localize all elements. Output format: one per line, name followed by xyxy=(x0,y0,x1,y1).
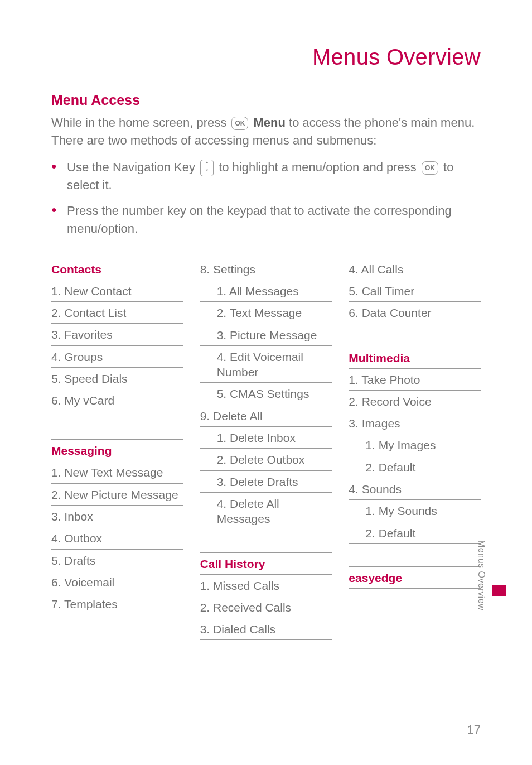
list-item: 6. Voicemail xyxy=(51,571,183,593)
list-item: 1. Delete Inbox xyxy=(200,427,332,449)
list-item: 5. CMAS Settings xyxy=(200,383,332,405)
intro-text-a: While in the home screen, press xyxy=(51,116,230,129)
column-2: 8. Settings 1. All Messages 2. Text Mess… xyxy=(200,258,332,643)
multimedia-heading: Multimedia xyxy=(349,347,481,369)
list-item: 4. Delete All Messages xyxy=(200,493,332,530)
list-item: 2. Default xyxy=(349,456,481,478)
list-item: 1. New Contact xyxy=(51,280,183,302)
list-item: 2. Received Calls xyxy=(200,596,332,618)
list-item: 5. Call Timer xyxy=(349,280,481,302)
list-item: 6. My vCard xyxy=(51,389,183,411)
list-item: 3. Delete Drafts xyxy=(200,471,332,493)
list-item: 5. Drafts xyxy=(51,550,183,571)
column-1: Contacts 1. New Contact 2. Contact List … xyxy=(51,258,183,643)
list-item: 2. Contact List xyxy=(51,302,183,324)
side-tab-label: Menus Overview xyxy=(475,540,486,610)
navigation-key-icon: ˄˅ xyxy=(200,160,214,176)
list-item: 3. Dialed Calls xyxy=(200,618,332,640)
page-number: 17 xyxy=(467,723,481,737)
list-item: 4. All Calls xyxy=(349,258,481,280)
list-item: 1. Missed Calls xyxy=(200,575,332,596)
list-item: 1. New Text Message xyxy=(51,461,183,483)
messaging-heading: Messaging xyxy=(51,439,183,461)
list-item: 2. New Picture Message xyxy=(51,484,183,506)
column-3: 4. All Calls 5. Call Timer 6. Data Count… xyxy=(349,258,481,643)
list-item: 4. Outbox xyxy=(51,527,183,549)
list-item: 9. Delete All xyxy=(200,405,332,427)
list-item: 2. Record Voice xyxy=(349,391,481,412)
list-item: 8. Settings xyxy=(200,258,332,280)
list-item: 3. Images xyxy=(349,412,481,434)
list-item: 1. My Sounds xyxy=(349,500,481,522)
list-item: 3. Picture Message xyxy=(200,324,332,346)
list-item: 2. Text Message xyxy=(200,302,332,324)
page-title: Menus Overview xyxy=(51,45,481,70)
list-item: 3. Inbox xyxy=(51,506,183,527)
list-item: 4. Edit Voicemail Number xyxy=(200,346,332,383)
list-item: 5. Speed Dials xyxy=(51,368,183,389)
list-item: 2. Delete Outbox xyxy=(200,449,332,470)
easyedge-heading: easyedge xyxy=(349,566,481,589)
list-item: 3. Favorites xyxy=(51,324,183,345)
list-item: 1. My Images xyxy=(349,434,481,456)
side-tab: Menus Overview xyxy=(486,507,503,613)
list-item: 2. Default xyxy=(349,522,481,544)
bullet-number-key: Press the number key on the keypad that … xyxy=(51,202,481,238)
ok-key-icon: OK xyxy=(231,117,248,130)
intro-paragraph: While in the home screen, press OK Menu … xyxy=(51,114,481,150)
list-item: 4. Groups xyxy=(51,346,183,368)
list-item: 4. Sounds xyxy=(349,478,481,500)
ok-key-icon: OK xyxy=(422,161,438,175)
bullet1-a: Use the Navigation Key xyxy=(67,160,199,174)
menu-access-heading: Menu Access xyxy=(51,92,481,108)
list-item: 6. Data Counter xyxy=(349,302,481,324)
list-item: 1. Take Photo xyxy=(349,369,481,391)
side-tab-marker xyxy=(492,585,506,596)
bullet1-b: to highlight a menu/option and press xyxy=(219,160,420,174)
list-item: 1. All Messages xyxy=(200,280,332,302)
contacts-heading: Contacts xyxy=(51,258,183,280)
call-history-heading: Call History xyxy=(200,552,332,575)
list-item: 7. Templates xyxy=(51,593,183,615)
intro-menu-word: Menu xyxy=(254,116,286,129)
bullet-navigation-key: Use the Navigation Key ˄˅ to highlight a… xyxy=(51,158,481,194)
